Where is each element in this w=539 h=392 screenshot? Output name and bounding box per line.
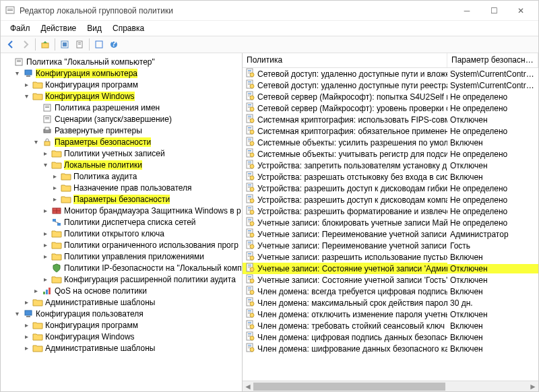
scroll-left-button[interactable]: ◄ <box>243 381 253 391</box>
expand-toggle[interactable]: ▾ <box>22 92 30 100</box>
expand-toggle[interactable]: ▾ <box>41 161 49 169</box>
maximize-button[interactable]: ☐ <box>480 1 507 20</box>
policy-row[interactable]: Устройства: разрешить доступ к дисковода… <box>243 194 538 205</box>
tree-computer-config[interactable]: ▾ Конфигурация компьютера <box>1 67 242 79</box>
tree-qos[interactable]: ▸ QoS на основе политики <box>1 285 242 296</box>
expand-toggle[interactable]: ▸ <box>41 150 49 158</box>
close-button[interactable]: ✕ <box>507 1 534 20</box>
expand-toggle[interactable]: ▸ <box>41 207 49 215</box>
tree-network-list[interactable]: Политики диспетчера списка сетей <box>1 216 242 228</box>
policy-row[interactable]: Устройства: разрешить форматирование и и… <box>243 205 538 217</box>
expand-toggle[interactable]: ▸ <box>22 333 30 341</box>
policy-row[interactable]: Устройства: разрешить доступ к дисковода… <box>243 183 538 194</box>
refresh-button[interactable] <box>92 37 106 52</box>
policy-row[interactable]: Член домена: требовать стойкий сеансовый… <box>243 320 538 331</box>
tree-firewall[interactable]: ▸ Монитор брандмауэра Защитника Windows … <box>1 205 242 216</box>
tree-account-policies[interactable]: ▸ Политики учетных записей <box>1 148 242 159</box>
tree-user-rights[interactable]: ▸ Назначение прав пользователя <box>1 182 242 193</box>
column-setting[interactable]: Параметр безопасности <box>447 53 538 67</box>
tree-root[interactable]: Политика "Локальный компьютер" <box>1 56 242 67</box>
scroll-right-button[interactable]: ► <box>528 381 538 391</box>
expand-toggle[interactable]: ▸ <box>22 298 30 306</box>
policy-row[interactable]: Устройства: разрешать отстыковку без вхо… <box>243 171 538 183</box>
expand-toggle[interactable] <box>32 127 40 135</box>
tree-audit-policy[interactable]: ▸ Политика аудита <box>1 170 242 182</box>
policy-row[interactable]: Сетевой сервер (Майкрософт): уровень про… <box>243 102 538 114</box>
policy-row[interactable]: Учетные записи: Состояние учетной записи… <box>243 263 538 274</box>
policy-row[interactable]: Системная криптография: использовать FIP… <box>243 114 538 125</box>
expand-toggle[interactable]: ▸ <box>51 172 59 181</box>
policy-row[interactable]: Учетные записи: Переименование учетной з… <box>243 228 538 240</box>
policy-row[interactable]: Сетевой доступ: удаленно доступные пути … <box>243 68 538 79</box>
expand-toggle[interactable]: ▸ <box>41 230 49 238</box>
tree-public-key[interactable]: ▸ Политики открытого ключа <box>1 228 242 239</box>
policy-row[interactable]: Член домена: максимальный срок действия … <box>243 297 538 308</box>
tree-scripts[interactable]: Сценарии (запуск/завершение) <box>1 113 242 125</box>
policy-row[interactable]: Системные объекты: усилить разрешения по… <box>243 137 538 148</box>
expand-toggle[interactable] <box>32 115 40 123</box>
tree-advanced-audit[interactable]: ▸ Конфигурация расширенной политики ауди… <box>1 273 242 285</box>
expand-toggle[interactable] <box>32 104 40 112</box>
tree-user-config[interactable]: ▾ Конфигурация пользователя <box>1 308 242 319</box>
tree-security-options[interactable]: ▸ Параметры безопасности <box>1 193 242 205</box>
policy-row[interactable]: Устройства: запретить пользователям уста… <box>243 160 538 171</box>
expand-toggle[interactable]: ▾ <box>13 310 21 318</box>
up-button[interactable] <box>38 37 53 52</box>
menu-file[interactable]: Файл <box>5 22 36 34</box>
expand-toggle[interactable] <box>41 264 49 272</box>
help-button[interactable]: ? <box>106 37 121 52</box>
policy-row[interactable]: Член домена: цифровая подпись данных без… <box>243 331 538 343</box>
column-headers[interactable]: Политика Параметр безопасности <box>243 53 538 68</box>
tree-app-control[interactable]: ▸ Политики управления приложениями <box>1 251 242 262</box>
policy-row[interactable]: Учетные записи: блокировать учетные запи… <box>243 217 538 228</box>
tree-panel[interactable]: Политика "Локальный компьютер" ▾ Конфигу… <box>1 53 243 391</box>
tree-printers[interactable]: Развернутые принтеры <box>1 125 242 136</box>
expand-toggle[interactable]: ▸ <box>51 184 59 192</box>
policy-row[interactable]: Член домена: шифрование данных безопасно… <box>243 343 538 354</box>
expand-toggle[interactable]: ▸ <box>22 321 30 329</box>
minimize-button[interactable]: ─ <box>453 1 480 20</box>
expand-toggle[interactable]: ▸ <box>22 344 30 352</box>
policy-row[interactable]: Сетевой доступ: удаленно доступные пути … <box>243 79 538 91</box>
tree-windows-settings[interactable]: ▾ Конфигурация Windows <box>1 90 242 102</box>
policy-row[interactable]: Системная криптография: обязательное при… <box>243 125 538 137</box>
policy-row[interactable]: Учетные записи: разрешить использование … <box>243 251 538 263</box>
export-button[interactable] <box>57 37 72 52</box>
expand-toggle[interactable]: ▸ <box>32 287 40 295</box>
expand-toggle[interactable] <box>3 58 11 66</box>
tree-software-settings[interactable]: ▸ Конфигурация программ <box>1 79 242 90</box>
properties-button[interactable] <box>72 37 87 52</box>
titlebar[interactable]: Редактор локальной групповой политики ─ … <box>1 1 538 21</box>
menu-view[interactable]: Вид <box>82 22 107 34</box>
horizontal-scrollbar[interactable]: ◄ ► <box>243 381 538 391</box>
menu-help[interactable]: Справка <box>107 22 150 34</box>
policy-row[interactable]: Учетные записи: Состояние учетной записи… <box>243 274 538 286</box>
back-button[interactable] <box>3 37 18 52</box>
tree-user-windows[interactable]: ▸ Конфигурация Windows <box>1 331 242 342</box>
tree-name-resolution[interactable]: Политика разрешения имен <box>1 102 242 113</box>
tree-security-settings[interactable]: ▾ Параметры безопасности <box>1 136 242 148</box>
expand-toggle[interactable]: ▾ <box>13 69 21 77</box>
expand-toggle[interactable]: ▸ <box>41 253 49 261</box>
column-policy[interactable]: Политика <box>243 53 447 67</box>
tree-ipsec[interactable]: Политики IP-безопасности на "Локальный к… <box>1 262 242 273</box>
expand-toggle[interactable]: ▸ <box>22 81 30 89</box>
expand-toggle[interactable]: ▸ <box>41 275 49 284</box>
policy-row[interactable]: Член домена: всегда требуется цифровая п… <box>243 286 538 297</box>
policy-row[interactable]: Член домена: отключить изменение пароля … <box>243 308 538 320</box>
expand-toggle[interactable]: ▸ <box>41 241 49 249</box>
tree-local-policies[interactable]: ▾ Локальные политики <box>1 159 242 170</box>
expand-toggle[interactable]: ▸ <box>51 195 59 203</box>
tree-software-restriction[interactable]: ▸ Политики ограниченного использования п… <box>1 239 242 251</box>
policy-row[interactable]: Учетные записи: Переименование учетной з… <box>243 240 538 251</box>
expand-toggle[interactable] <box>41 218 49 226</box>
tree-user-admin-templates[interactable]: ▸ Административные шаблоны <box>1 342 242 354</box>
expand-toggle[interactable]: ▾ <box>32 138 40 146</box>
tree-user-software[interactable]: ▸ Конфигурация программ <box>1 319 242 331</box>
policy-list[interactable]: Сетевой доступ: удаленно доступные пути … <box>243 68 538 381</box>
forward-button[interactable] <box>18 37 33 52</box>
menu-action[interactable]: Действие <box>36 22 82 34</box>
tree-admin-templates[interactable]: ▸ Административные шаблоны <box>1 296 242 308</box>
policy-row[interactable]: Системные объекты: учитывать регистр для… <box>243 148 538 160</box>
policy-row[interactable]: Сетевой сервер (Майкрософт): попытка S4U… <box>243 91 538 102</box>
